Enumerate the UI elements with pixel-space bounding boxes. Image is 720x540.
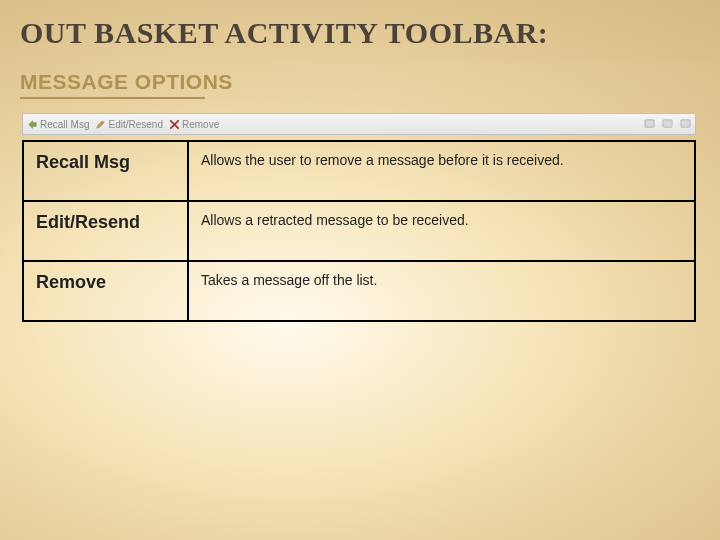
table-row: Remove Takes a message off the list. [23,261,695,321]
pencil-icon [95,119,106,130]
option-description: Allows the user to remove a message befo… [188,141,695,201]
svg-rect-1 [663,119,672,126]
options-description-table: Recall Msg Allows the user to remove a m… [22,140,696,322]
toolbar-misc-icon-1[interactable] [644,118,655,129]
page-title: OUT BASKET ACTIVITY TOOLBAR: [20,16,548,50]
toolbar-right-icons [640,118,691,131]
table-row: Recall Msg Allows the user to remove a m… [23,141,695,201]
option-name: Recall Msg [23,141,188,201]
table-row: Edit/Resend Allows a retracted message t… [23,201,695,261]
option-name: Remove [23,261,188,321]
toolbar-remove-label: Remove [182,119,219,130]
page-subtitle: MESSAGE OPTIONS [20,70,233,94]
toolbar-misc-icon-3[interactable] [680,118,691,129]
message-options-toolbar: Recall Msg Edit/Resend Remove [22,113,696,135]
toolbar-misc-icon-2[interactable] [662,118,673,129]
toolbar-recall-label: Recall Msg [40,119,89,130]
option-description: Takes a message off the list. [188,261,695,321]
option-description: Allows a retracted message to be receive… [188,201,695,261]
option-name: Edit/Resend [23,201,188,261]
subtitle-underline [20,97,205,99]
recall-icon [27,119,38,130]
toolbar-recall-button[interactable]: Recall Msg [27,119,89,130]
toolbar-remove-button[interactable]: Remove [169,119,219,130]
toolbar-edit-button[interactable]: Edit/Resend [95,119,162,130]
svg-rect-2 [681,119,690,126]
toolbar-edit-label: Edit/Resend [108,119,162,130]
svg-rect-0 [645,119,654,126]
remove-x-icon [169,119,180,130]
